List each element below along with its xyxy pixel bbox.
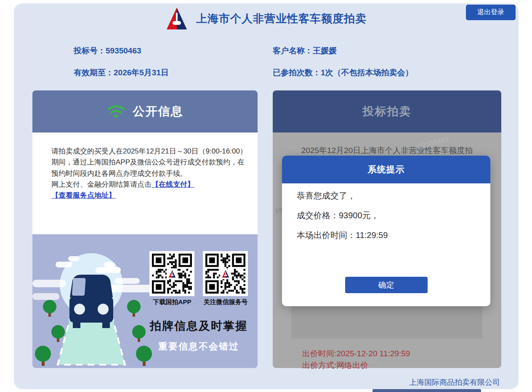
wifi-icon bbox=[107, 104, 125, 119]
deal-congrats-line: 恭喜您成交了， bbox=[297, 190, 356, 201]
notice-text: 请拍卖成交的买受人在2025年12月21日～30日（9:00-16:00）期间，… bbox=[51, 147, 247, 177]
participation-count: 已参拍次数：1次（不包括本场拍卖会） bbox=[273, 67, 413, 78]
auction-house-logo bbox=[166, 7, 188, 30]
footer-company: 上海国际商品拍卖有限公司 bbox=[409, 377, 500, 387]
bid-method: 出价方式:网络出价 bbox=[302, 360, 368, 371]
valid-until: 有效期至：2026年5月31日 bbox=[74, 67, 169, 78]
page-header: 上海市个人非营业性客车额度拍卖 bbox=[14, 7, 519, 30]
promo-line1: 拍牌信息及时掌握 bbox=[138, 318, 258, 334]
customer-name: 客户名称：王媛媛 bbox=[273, 45, 337, 56]
qr-app-label: 下载国拍APP bbox=[143, 298, 202, 306]
public-info-title: 公开信息 bbox=[133, 103, 184, 119]
logout-button[interactable]: 退出登录 bbox=[466, 5, 516, 20]
deal-bid-time-line: 本场出价时间：11:29:59 bbox=[297, 230, 388, 241]
service-points-link[interactable]: 【查看服务点地址】 bbox=[51, 191, 116, 199]
modal-title: 系统提示 bbox=[368, 164, 405, 175]
public-info-body: 请拍卖成交的买受人在2025年12月21日～30日（9:00-16:00）期间，… bbox=[32, 132, 258, 234]
public-info-panel: 公开信息 请拍卖成交的买受人在2025年12月21日～30日（9:00-16:0… bbox=[32, 90, 258, 368]
qr-code-app bbox=[149, 251, 194, 296]
modal-header: 系统提示 bbox=[282, 156, 490, 183]
online-payment-link[interactable]: 【在线支付】 bbox=[152, 180, 194, 188]
confirm-button[interactable]: 确定 bbox=[345, 277, 428, 293]
bid-number: 投标号：59350463 bbox=[74, 45, 141, 56]
qr-wechat-label: 关注微信服务号 bbox=[196, 298, 255, 306]
promo-line2: 重要信息不会错过 bbox=[138, 340, 258, 353]
deal-price-line: 成交价格：93900元， bbox=[297, 210, 379, 221]
system-prompt-modal: 系统提示 恭喜您成交了， 成交价格：93900元， 本场出价时间：11:29:5… bbox=[282, 156, 490, 306]
promo-section: 下载国拍APP 关注微信服务号 拍牌信息及时掌握 重要信息不会错过 bbox=[32, 234, 258, 368]
main-card: 上海市个人非营业性客车额度拍卖 退出登录 投标号：59350463 客户名称：王… bbox=[14, 3, 519, 389]
bid-time: 出价时间:2025-12-20 11:29:59 bbox=[302, 348, 410, 359]
public-info-text: 请拍卖成交的买受人在2025年12月21日～30日（9:00-16:00）期间，… bbox=[51, 146, 250, 201]
auction-session-title: 2025年12月20日上海市个人非营业性客车额度拍 bbox=[273, 145, 501, 156]
page-title: 上海市个人非营业性客车额度拍卖 bbox=[196, 11, 367, 26]
qr-app-logo-icon bbox=[167, 268, 178, 279]
query-latest-bid-button[interactable]: 查询本人最新出价情况 bbox=[372, 389, 481, 392]
qr-code-wechat bbox=[203, 251, 248, 296]
auction-panel-header: 投标拍卖 bbox=[273, 90, 501, 132]
qr-wechat-logo-icon bbox=[220, 268, 231, 279]
payment-prefix: 网上支付、金融分期结算请点击 bbox=[51, 180, 152, 188]
public-info-header: 公开信息 bbox=[32, 90, 258, 132]
auction-panel-title: 投标拍卖 bbox=[363, 104, 412, 119]
